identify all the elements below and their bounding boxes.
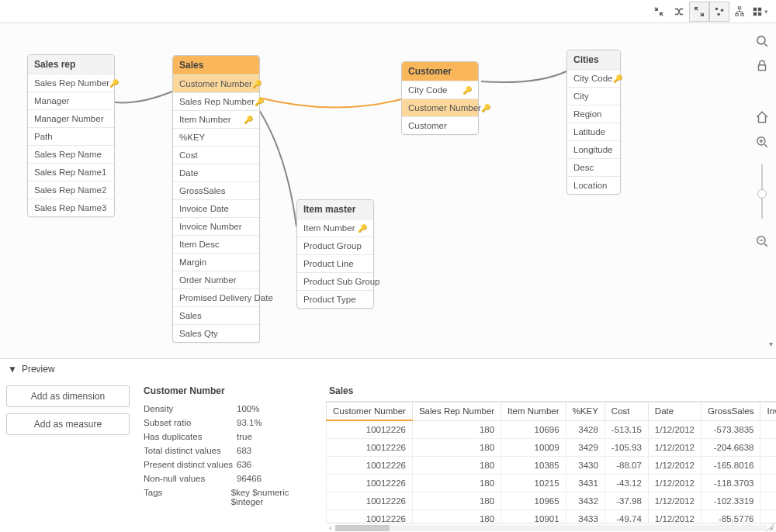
- field-row[interactable]: City Code🔑: [567, 69, 620, 87]
- field-row[interactable]: Promised Delivery Date: [173, 288, 259, 306]
- table-row[interactable]: 10012226180102153431-43.121/12/2012-118.…: [327, 475, 777, 492]
- zoom-slider-handle[interactable]: [757, 189, 767, 199]
- field-row[interactable]: Sales Rep Name3: [28, 199, 114, 216]
- scroll-left-icon[interactable]: ‹: [326, 523, 335, 532]
- entity-header[interactable]: Item master: [297, 200, 373, 219]
- field-row[interactable]: Desc: [567, 158, 620, 176]
- toolbar-collapse-button[interactable]: [649, 2, 669, 22]
- entity-header[interactable]: Cities: [567, 50, 620, 69]
- column-header[interactable]: Item Number: [501, 402, 566, 421]
- toolbar-layout-dots-button[interactable]: [709, 2, 729, 22]
- field-row[interactable]: City Code🔑: [402, 81, 478, 98]
- column-header[interactable]: %KEY: [566, 402, 605, 421]
- preview-table-wrap[interactable]: Customer NumberSales Rep NumberItem Numb…: [326, 401, 776, 523]
- preview-actions: Add as dimension Add as measure: [0, 379, 136, 532]
- field-row[interactable]: Sales Rep Number🔑: [28, 74, 114, 92]
- preview-table[interactable]: Customer NumberSales Rep NumberItem Numb…: [326, 402, 776, 523]
- table-cell: 10215: [501, 475, 566, 492]
- home-icon[interactable]: [755, 110, 769, 124]
- svg-rect-5: [741, 13, 744, 16]
- field-row[interactable]: Customer Number🔑: [173, 74, 259, 92]
- search-icon[interactable]: [755, 34, 769, 48]
- table-row[interactable]: 10012226180103853430-88.071/12/2012-165.…: [327, 457, 777, 475]
- preview-header[interactable]: ▼ Preview: [0, 359, 776, 379]
- field-row[interactable]: Path: [28, 127, 114, 145]
- column-header[interactable]: Invoice Date: [760, 402, 776, 421]
- field-row[interactable]: Date: [173, 164, 259, 181]
- field-row[interactable]: %KEY: [173, 128, 259, 146]
- field-row[interactable]: Sales: [173, 306, 259, 324]
- field-row[interactable]: Sales Qty: [173, 324, 259, 342]
- resize-grip-icon[interactable]: [767, 523, 774, 530]
- field-row[interactable]: Cost: [173, 146, 259, 164]
- entity-cities[interactable]: Cities City Code🔑 City Region Latitude L…: [566, 50, 621, 195]
- field-row[interactable]: City: [567, 87, 620, 105]
- field-row[interactable]: Product Line: [297, 254, 373, 272]
- field-row[interactable]: Product Group: [297, 237, 373, 254]
- field-row[interactable]: Location: [567, 176, 620, 194]
- field-row[interactable]: Sales Rep Name1: [28, 163, 114, 181]
- column-header[interactable]: Sales Rep Number: [412, 402, 501, 421]
- field-row[interactable]: Manager: [28, 92, 114, 109]
- entity-sales[interactable]: Sales Customer Number🔑 Sales Rep Number🔑…: [172, 55, 260, 343]
- field-row[interactable]: Item Number🔑: [173, 110, 259, 128]
- field-row[interactable]: Invoice Date: [173, 199, 259, 217]
- field-row[interactable]: Region: [567, 105, 620, 123]
- column-header[interactable]: Cost: [605, 402, 648, 421]
- add-dimension-button[interactable]: Add as dimension: [6, 385, 130, 407]
- expand-preview-icon[interactable]: ▾: [769, 340, 773, 348]
- table-row[interactable]: 10012226180100093429-105.931/12/2012-204…: [327, 439, 777, 457]
- field-row[interactable]: Product Type: [297, 290, 373, 308]
- horizontal-scrollbar[interactable]: ‹ ›: [326, 523, 776, 532]
- field-row[interactable]: Invoice Number: [173, 217, 259, 235]
- zoom-in-icon[interactable]: [755, 135, 769, 149]
- entity-header[interactable]: Customer: [402, 62, 478, 81]
- svg-rect-11: [759, 65, 766, 71]
- field-row[interactable]: Longitude: [567, 140, 620, 158]
- preview-title: Preview: [22, 364, 55, 375]
- field-row[interactable]: Order Number: [173, 271, 259, 288]
- toolbar-expand-button[interactable]: [689, 2, 709, 22]
- toolbar-layout-tree-button[interactable]: [729, 2, 750, 22]
- field-row[interactable]: Item Number🔑: [297, 219, 373, 237]
- toolbar-grid-button[interactable]: ▾: [750, 2, 770, 22]
- field-row[interactable]: Customer: [402, 116, 478, 134]
- field-row[interactable]: Customer Number🔑: [402, 98, 478, 116]
- svg-point-1: [721, 9, 724, 12]
- entity-sales-rep[interactable]: Sales rep Sales Rep Number🔑 Manager Mana…: [27, 54, 115, 217]
- table-cell: -118.3703: [702, 475, 760, 492]
- field-row[interactable]: Sales Rep Number🔑: [173, 92, 259, 110]
- entity-item-master[interactable]: Item master Item Number🔑 Product Group P…: [296, 199, 374, 309]
- column-header[interactable]: GrossSales: [702, 402, 760, 421]
- field-label: Region: [573, 109, 601, 119]
- field-row[interactable]: Item Desc: [173, 235, 259, 253]
- column-header[interactable]: Date: [648, 402, 701, 421]
- field-row[interactable]: Product Sub Group: [297, 272, 373, 290]
- toolbar-shuffle-button[interactable]: [669, 2, 689, 22]
- table-cell: 10696: [501, 420, 566, 439]
- table-cell: -102.3319: [702, 492, 760, 510]
- entity-header[interactable]: Sales rep: [28, 55, 114, 74]
- entity-customer[interactable]: Customer City Code🔑 Customer Number🔑 Cus…: [401, 61, 479, 135]
- table-cell: 10012226: [327, 420, 413, 439]
- svg-rect-3: [738, 6, 741, 9]
- field-row[interactable]: GrossSales: [173, 181, 259, 199]
- table-row[interactable]: 10012226180109653432-37.981/12/2012-102.…: [327, 492, 777, 510]
- entity-header[interactable]: Sales: [173, 56, 259, 74]
- field-row[interactable]: Sales Rep Name2: [28, 181, 114, 199]
- field-row[interactable]: Latitude: [567, 123, 620, 140]
- field-row[interactable]: Margin: [173, 253, 259, 271]
- table-cell: 180: [412, 420, 501, 439]
- scroll-thumb[interactable]: [335, 525, 390, 531]
- table-row[interactable]: 10012226180106963428-513.151/12/2012-573…: [327, 420, 777, 439]
- field-row[interactable]: Manager Number: [28, 109, 114, 127]
- preview-stats: Customer Number Density100% Subset ratio…: [136, 379, 326, 532]
- lock-icon[interactable]: [755, 59, 769, 73]
- column-header[interactable]: Customer Number: [327, 402, 413, 421]
- zoom-out-icon[interactable]: [755, 234, 769, 248]
- model-canvas[interactable]: Sales rep Sales Rep Number🔑 Manager Mana…: [0, 23, 776, 358]
- field-row[interactable]: Sales Rep Name: [28, 145, 114, 163]
- zoom-slider[interactable]: [761, 164, 763, 219]
- table-row[interactable]: 10012226180109013433-49.741/12/2012-85.5…: [327, 510, 777, 523]
- add-measure-button[interactable]: Add as measure: [6, 413, 130, 435]
